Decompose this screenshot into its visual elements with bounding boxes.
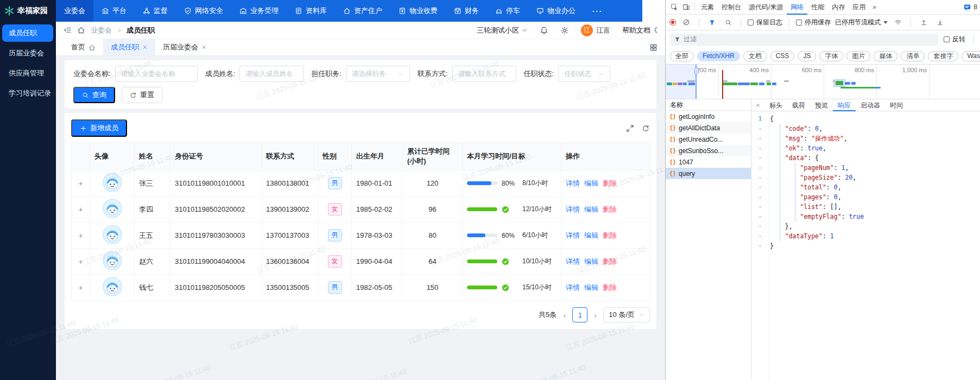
detail-tab-标头[interactable]: 标头 [764,99,787,111]
sidebar-item-历届业委会[interactable]: 历届业委会 [2,45,53,62]
fold-marker[interactable]: - [751,143,766,153]
nav-more-button[interactable]: ··· [584,7,611,15]
invert-filter-checkbox[interactable]: 反转 [944,35,965,44]
nav-item-业务受理[interactable]: 业务受理 [231,0,287,22]
filter-chip-文档[interactable]: 文档 [743,51,767,61]
action-编辑[interactable]: 编辑 [584,283,598,292]
grid-layout-icon[interactable] [649,43,657,52]
select-担任职务:[interactable]: 请选择职务 [346,66,410,82]
action-删除[interactable]: 删除 [603,231,617,239]
action-编辑[interactable]: 编辑 [584,179,598,187]
prev-page-button[interactable]: ‹ [562,311,567,320]
community-selector[interactable]: 三轮测试小区 [477,26,528,35]
close-detail-button[interactable] [751,99,764,111]
action-删除[interactable]: 删除 [603,205,617,213]
tab-close-icon[interactable] [142,45,148,50]
expand-row-button[interactable]: + [78,257,83,266]
preserve-log-box[interactable] [748,20,754,26]
nav-item-物业办公[interactable]: 物业办公 [528,0,584,22]
tab-close-icon[interactable] [201,45,207,50]
page-number-button[interactable]: 1 [572,307,587,322]
sidebar-item-供应商管理[interactable]: 供应商管理 [2,65,53,82]
request-getSunboSso...[interactable]: {}getSunboSso... [666,145,751,156]
filter-chip-套接字[interactable]: 套接字 [928,51,958,61]
next-page-button[interactable]: › [593,311,598,320]
devtools-tab-源代码/来源[interactable]: 源代码/来源 [745,0,787,15]
request-getLoginInfo[interactable]: {}getLoginInfo [666,111,751,122]
filter-chip-清单[interactable]: 清单 [901,51,925,61]
action-详情[interactable]: 详情 [566,205,580,213]
fold-marker[interactable]: - [751,212,766,221]
request-list-header[interactable]: 名称 [666,99,751,111]
expand-row-button[interactable]: + [78,205,83,214]
gear-icon[interactable] [560,26,569,35]
filter-chip-Wasm[interactable]: Wasm [962,51,980,61]
nav-item-业委会[interactable]: 业委会 [56,0,93,22]
filter-chip-CSS[interactable]: CSS [770,51,795,61]
request-getAllDictData[interactable]: {}getAllDictData [666,122,751,134]
disable-cache-box[interactable] [796,20,802,26]
menu-fold-icon[interactable] [64,26,72,34]
fold-marker[interactable]: - [751,182,766,192]
input-成员姓名:[interactable]: 请输入成员姓名 [239,66,304,82]
fold-marker[interactable]: - [751,231,766,241]
nav-item-资产住户[interactable]: 资产住户 [335,0,390,22]
network-filter-input[interactable]: 过滤 [670,34,938,46]
more-tabs-button[interactable]: » [869,3,880,11]
action-编辑[interactable]: 编辑 [584,257,598,265]
detail-tab-预览[interactable]: 预览 [810,99,833,111]
sidebar-item-成员任职[interactable]: 成员任职 [2,24,53,42]
export-har-button[interactable] [934,17,946,28]
fold-marker[interactable]: - [751,221,766,231]
filter-chip-字体[interactable]: 字体 [819,51,843,61]
fold-marker[interactable]: - [751,202,766,212]
fold-marker[interactable]: 1 [751,114,766,124]
page-size-select[interactable]: 10 条/页 [603,307,650,322]
devtools-tab-元素[interactable]: 元素 [697,0,718,15]
breadcrumb-root[interactable]: 业委会 [91,26,112,35]
filter-chip-JS[interactable]: JS [798,51,816,61]
fold-marker[interactable]: - [751,241,766,251]
action-详情[interactable]: 详情 [566,231,580,239]
action-删除[interactable]: 删除 [603,179,617,187]
nav-item-财务[interactable]: 财务 [446,0,487,22]
action-编辑[interactable]: 编辑 [584,205,598,213]
help-doc-link[interactable]: 帮助文档《 [622,26,657,35]
network-overview-timeline[interactable]: 200 ms400 ms600 ms800 ms1,000 ms [666,65,980,99]
devtools-tab-内存[interactable]: 内存 [828,0,849,15]
action-删除[interactable]: 删除 [603,283,617,292]
user-menu[interactable]: 江 江言 [581,24,610,36]
throttling-select[interactable]: 已停用节流模式 [835,18,888,27]
tab-历届业委会[interactable]: 历届业委会 [155,39,214,56]
issues-counter[interactable]: 8 [963,3,977,11]
detail-tab-时间[interactable]: 时间 [885,99,908,111]
query-button[interactable]: 查询 [73,87,115,103]
nav-item-网络安全[interactable]: 网络安全 [176,0,231,22]
select-任职状态:[interactable]: 任职状态 [558,66,610,82]
nav-item-停车[interactable]: 停车 [487,0,528,22]
nav-item-资料库[interactable]: 资料库 [287,0,335,22]
filter-chip-全部[interactable]: 全部 [670,51,694,61]
input-业委会名称:[interactable]: 请输入业委会名称 [115,66,198,82]
expand-row-button[interactable]: + [78,231,83,240]
invert-checkbox-box[interactable] [944,36,950,42]
timeline-selection[interactable] [666,65,697,99]
record-button[interactable] [669,19,676,26]
filter-toggle-button[interactable] [706,17,718,28]
nav-item-物业收费[interactable]: 物业收费 [390,0,446,22]
devtools-tab-网络[interactable]: 网络 [787,0,807,15]
fold-marker[interactable]: - [751,124,766,134]
devtools-tab-性能[interactable]: 性能 [807,0,828,15]
selection-handle[interactable] [694,68,698,74]
fold-marker[interactable]: - [751,192,766,202]
devtools-tab-控制台[interactable]: 控制台 [718,0,745,15]
request-query[interactable]: {}query [666,168,751,179]
add-member-button[interactable]: 新增成员 [71,119,127,137]
tab-成员任职[interactable]: 成员任职 [103,39,155,56]
response-viewer[interactable]: 1{- "code": 0,- "msg": "操作成功",- "ok": tr… [751,111,980,380]
action-详情[interactable]: 详情 [566,283,580,292]
inspect-element-button[interactable] [668,2,680,12]
filter-chip-图片[interactable]: 图片 [846,51,870,61]
search-requests-button[interactable] [722,17,734,28]
fullscreen-icon[interactable] [626,124,634,132]
